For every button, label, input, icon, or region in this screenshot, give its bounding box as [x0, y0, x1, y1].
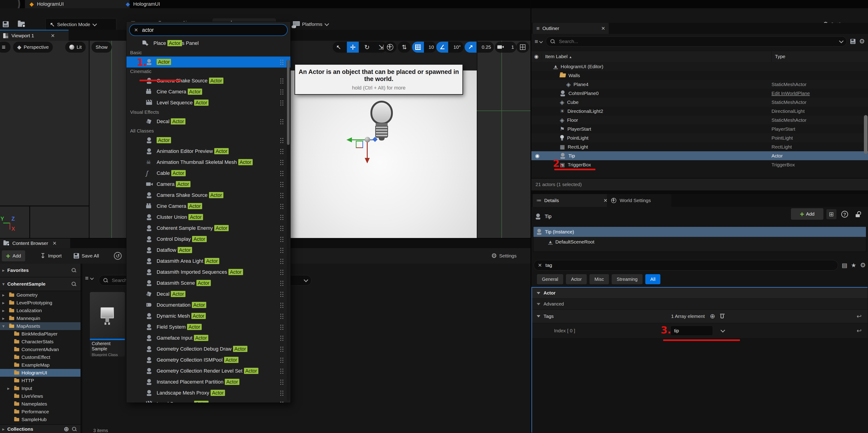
- menu-item-datasmith-scene-actor[interactable]: Datasmith Scene Actor: [126, 278, 290, 289]
- gear-icon[interactable]: ⚙: [860, 262, 866, 268]
- menu-item-place-actors-panel[interactable]: Place Actors Panel: [126, 38, 290, 49]
- menu-item-cine-camera-actor[interactable]: Cine Camera Actor: [126, 86, 290, 97]
- collapse-triangle-icon[interactable]: [537, 315, 540, 317]
- drag-grip-icon[interactable]: [280, 182, 281, 183]
- menu-item-animation-thumbnail-skeletal-mesh-actor[interactable]: ☠Animation Thumbnail Skeletal Mesh Actor: [126, 157, 290, 168]
- drag-grip-icon[interactable]: [280, 336, 281, 337]
- outliner-scrollbar-thumb[interactable]: [864, 115, 868, 154]
- search-icon[interactable]: [71, 268, 76, 273]
- drag-grip-icon[interactable]: [280, 60, 281, 61]
- favorites-star-icon[interactable]: ★: [851, 262, 856, 268]
- viewport-tab[interactable]: Viewport 1 ×: [0, 30, 69, 41]
- expand-arrow-icon[interactable]: ▸: [2, 300, 7, 306]
- viewport-wall-mid[interactable]: [90, 41, 126, 238]
- expand-arrow-icon[interactable]: ▸: [2, 292, 7, 298]
- expand-arrow-icon[interactable]: ▸: [2, 316, 7, 321]
- drag-grip-icon[interactable]: [280, 215, 281, 216]
- outliner-filter-button[interactable]: ≡: [535, 38, 542, 45]
- viewport-layout-button[interactable]: [516, 42, 529, 53]
- close-icon[interactable]: ×: [601, 25, 605, 32]
- level-tab-active[interactable]: ◆ HologramUI: [25, 0, 130, 8]
- drag-grip-icon[interactable]: [280, 237, 281, 238]
- outliner-row-cube[interactable]: ◈CubeStaticMeshActor: [531, 98, 868, 107]
- asset-tile-coherent-sample[interactable]: Coherent Sample Blueprint Class: [90, 292, 125, 356]
- expand-arrow-icon[interactable]: ▸: [2, 426, 5, 432]
- drag-grip-icon[interactable]: [280, 248, 281, 249]
- outliner-row-tip[interactable]: ◉TipActor: [531, 151, 868, 160]
- menu-item-gameface-input-actor[interactable]: Gameface Input Actor: [126, 333, 290, 344]
- world-settings-tab[interactable]: World Settings: [607, 194, 671, 207]
- drag-grip-icon[interactable]: [280, 270, 281, 271]
- menu-item-camera-actor[interactable]: Camera Actor: [126, 179, 290, 190]
- menu-item-datasmith-area-light-actor[interactable]: Datasmith Area Light Actor: [126, 256, 290, 267]
- folder-row-samplehub[interactable]: SampleHub: [0, 415, 81, 423]
- type-column-header[interactable]: Type: [772, 51, 785, 62]
- menu-item-coherent-sample-enemy-actor[interactable]: Coherent Sample Enemy Actor: [126, 223, 290, 234]
- collapse-arrow-icon[interactable]: ▾: [2, 323, 7, 329]
- menu-item-actor[interactable]: Actor: [126, 135, 290, 146]
- camera-speed-button[interactable]: [495, 42, 507, 53]
- component-row-defaultsceneroot[interactable]: ▲DefaultSceneRoot: [533, 237, 866, 247]
- folder-row-nameplates[interactable]: Nameplates: [0, 400, 81, 408]
- clear-search-icon[interactable]: ×: [538, 262, 542, 268]
- drag-grip-icon[interactable]: [280, 119, 281, 120]
- scale-snap-value[interactable]: 0.25: [479, 42, 494, 53]
- gizmo-plane-handle[interactable]: [356, 141, 363, 148]
- gear-icon[interactable]: ⚙: [859, 38, 865, 45]
- folder-row-examplemap[interactable]: ExampleMap: [0, 361, 81, 369]
- folder-row-characterstats[interactable]: CharacterStats: [0, 338, 81, 346]
- folder-row-localization[interactable]: ▸Localization: [0, 307, 81, 314]
- menu-item-landscape-mesh-proxy-actor[interactable]: Landscape Mesh Proxy Actor: [126, 387, 290, 399]
- menu-item-decal-actor[interactable]: Decal Actor: [126, 116, 290, 127]
- select-tool-button[interactable]: ↖: [333, 42, 345, 53]
- outliner-row-playerstart[interactable]: ⚑PlayerStartPlayerStart: [531, 124, 868, 134]
- outliner-row-walls[interactable]: Walls: [531, 71, 868, 80]
- menu-item-geometry-collection-debug-draw-actor[interactable]: Geometry Collection Debug Draw Actor: [126, 344, 290, 354]
- place-actors-search-input[interactable]: [142, 27, 283, 33]
- folder-row-binkmediaplayer[interactable]: BinkMediaPlayer: [0, 330, 81, 338]
- drag-grip-icon[interactable]: [280, 369, 281, 370]
- viewport-wall-right[interactable]: [477, 41, 530, 238]
- filter-chip-actor[interactable]: Actor: [566, 274, 587, 284]
- menu-item-camera-shake-source-actor[interactable]: Camera Shake Source Actor: [126, 190, 290, 201]
- tag-dropdown-button[interactable]: [717, 326, 727, 335]
- panel-splitter[interactable]: [531, 191, 868, 194]
- outliner-row-plane4[interactable]: ◈Plane4StaticMeshActor: [531, 80, 868, 89]
- menu-item-cable-actor[interactable]: ʃCable Actor: [126, 168, 290, 179]
- viewport-white-wall[interactable]: [291, 70, 477, 238]
- drag-grip-icon[interactable]: [280, 358, 281, 358]
- filter-chip-general[interactable]: General: [537, 274, 563, 284]
- drag-grip-icon[interactable]: [280, 325, 281, 326]
- details-tab[interactable]: ≔ Details ×: [533, 194, 611, 207]
- add-collection-icon[interactable]: ⊕: [64, 426, 69, 432]
- outliner-row-pointlight[interactable]: PointLightPointLight: [531, 134, 868, 142]
- pane-splitter[interactable]: [81, 264, 82, 433]
- pin-view-icon[interactable]: [850, 39, 856, 44]
- platforms-dropdown[interactable]: Platforms: [292, 18, 328, 30]
- menu-item-cine-camera-actor[interactable]: Cine Camera Actor: [126, 201, 290, 212]
- folder-row-mannequin[interactable]: ▸Mannequin: [0, 314, 81, 322]
- drag-grip-icon[interactable]: [280, 281, 281, 282]
- folder-row-geometry[interactable]: ▸Geometry: [0, 291, 81, 299]
- folder-row-performance[interactable]: Performance: [0, 408, 81, 415]
- outliner-row-floor[interactable]: ◈FloorStaticMeshActor: [531, 116, 868, 124]
- drag-grip-icon[interactable]: [280, 100, 281, 102]
- menu-item-dynamic-mesh-actor[interactable]: Dynamic Mesh Actor: [126, 311, 290, 321]
- drag-grip-icon[interactable]: [280, 226, 281, 227]
- display-options-icon[interactable]: ▤: [842, 262, 847, 268]
- drag-grip-icon[interactable]: [280, 292, 281, 293]
- add-button[interactable]: + Add: [2, 250, 25, 261]
- section-advanced[interactable]: Advanced: [532, 299, 868, 310]
- folder-row-levelprototyping[interactable]: ▸LevelPrototyping: [0, 299, 81, 307]
- folder-row-liveviews[interactable]: LiveViews: [0, 392, 81, 400]
- folder-row-customeffect[interactable]: CustomEffect: [0, 353, 81, 361]
- reset-to-default-icon[interactable]: ↩: [857, 313, 862, 319]
- content-browser-tab[interactable]: Content Browser ×: [0, 238, 70, 248]
- menu-item-geometry-collection-render-level-set-actor[interactable]: Geometry Collection Render Level Set Act…: [126, 366, 290, 376]
- blueprint-tab[interactable]: ◆ HologramUI: [121, 0, 183, 8]
- details-search-input[interactable]: [545, 262, 834, 268]
- menu-item-datasmith-imported-sequences-actor[interactable]: Datasmith Imported Sequences Actor: [126, 267, 290, 278]
- drag-grip-icon[interactable]: [280, 149, 281, 150]
- project-root-header[interactable]: ▾ CoherentSample: [0, 278, 81, 291]
- menu-item-level-sequence-actor[interactable]: Level Sequence Actor: [126, 97, 290, 108]
